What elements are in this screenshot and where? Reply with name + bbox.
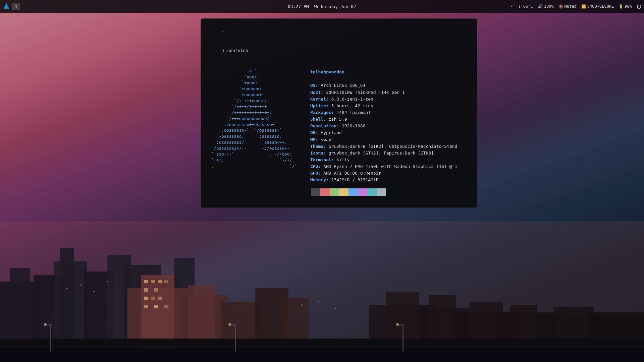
muted-label: Muted (565, 4, 577, 9)
svg-rect-15 (158, 280, 162, 283)
color-palette (311, 188, 457, 196)
icons-line: Icons: gruvbox_dark [GTK2], Papirus-Dark… (310, 150, 434, 156)
wm-line: WM: sway (310, 137, 331, 142)
volume-value: 100% (544, 4, 554, 9)
terminal-line: Terminal: kitty (310, 157, 350, 162)
brightness-icon: ☀ (511, 4, 513, 9)
svg-point-56 (107, 281, 108, 282)
theme-line: Theme: Gruvbox-Dark-B [GTK2], Catppuccin… (310, 144, 457, 149)
command-line: ❯ neofetch (206, 42, 472, 61)
svg-rect-46 (235, 325, 236, 352)
buildings-silhouette (0, 221, 644, 362)
kernel-line: Kernel: 6.3.6-zen1-1-zen (310, 97, 373, 102)
svg-rect-22 (144, 305, 148, 308)
muted-item[interactable]: 🔇 Muted (558, 4, 577, 9)
brightness-item: ☀ (511, 4, 513, 9)
terminal-content: ~ ❯ neofetch -` .o+` `ooo/ `+oooo: `+ooo… (201, 19, 477, 207)
svg-rect-23 (154, 305, 158, 308)
color-block-6 (367, 188, 377, 196)
topbar-center: 03:27 PM Wednesday Jun 07 (288, 4, 356, 9)
ascii-art: -` .o+` `ooo/ `+oooo: `+oooooo: -+oooooo… (206, 62, 310, 207)
network-icon: 📶 (581, 4, 586, 9)
topbar-left: 1 (3, 3, 20, 10)
svg-point-57 (301, 304, 303, 306)
clock-time: 03:27 PM (288, 4, 309, 9)
username-hostname: talhah@voodoo (310, 69, 344, 74)
neofetch-output: -` .o+` `ooo/ `+oooo: `+oooooo: -+oooooo… (206, 62, 472, 207)
svg-rect-13 (144, 280, 148, 283)
battery-item: 🔋 98% (619, 4, 632, 9)
power-item[interactable]: ⏻ (637, 4, 641, 9)
svg-point-55 (93, 291, 95, 292)
clock-date: Wednesday Jun 07 (314, 4, 356, 9)
svg-point-48 (228, 323, 231, 326)
topbar: 1 03:27 PM Wednesday Jun 07 ☀ 🌡 66°C 🔊 1… (0, 0, 644, 13)
separator: -------------- (310, 76, 347, 81)
network-name: CMUQ-SECURE (587, 4, 614, 9)
svg-point-53 (66, 288, 68, 289)
battery-icon: 🔋 (619, 4, 623, 9)
color-block-7 (377, 188, 386, 196)
gpu-line: GPU: AMD ATI 06:00.0 Renoir (310, 171, 381, 176)
mute-icon: 🔇 (558, 4, 563, 9)
volume-item[interactable]: 🔊 100% (538, 4, 554, 9)
color-block-2 (330, 188, 339, 196)
resolution-line: Resolution: 644x362 (310, 123, 365, 128)
battery-value: 98% (625, 4, 632, 9)
svg-point-54 (80, 284, 81, 286)
color-block-4 (348, 188, 358, 196)
temperature-value: 66°C (523, 4, 533, 9)
uptime-line: Uptime: 5 hours, 42 mins (310, 103, 373, 108)
svg-point-51 (396, 323, 399, 326)
svg-rect-18 (154, 288, 158, 292)
sysinfo-panel: talhah@voodoo -------------- OS: Arch Li… (310, 62, 457, 207)
prompt-char-1: ~ (222, 29, 225, 35)
volume-icon: 🔊 (538, 4, 543, 9)
topbar-right: ☀ 🌡 66°C 🔊 100% 🔇 Muted 📶 CMUQ-SECURE 🔋 … (511, 4, 641, 9)
svg-point-58 (318, 301, 319, 302)
de-line: DE: Hyprland (310, 130, 342, 135)
packages-line: Packages: 1484 (pacman) (310, 110, 371, 115)
svg-rect-42 (0, 349, 644, 362)
network-item[interactable]: 📶 CMUQ-SECURE (581, 4, 614, 9)
color-block-5 (358, 188, 367, 196)
svg-rect-21 (158, 297, 162, 300)
os-line: OS: Arch Linux x86_64 (310, 83, 365, 88)
thermometer-icon: 🌡 (518, 4, 522, 9)
terminal-window[interactable]: ~ ❯ neofetch -` .o+` `ooo/ `+oooo: `+ooo… (201, 18, 477, 208)
color-block-1 (320, 188, 330, 196)
svg-rect-24 (164, 305, 168, 308)
workspace-1[interactable]: 1 (12, 3, 20, 10)
svg-rect-43 (50, 325, 51, 352)
cpu-line: CPU: AMD Ryzen 7 PRO 4750U with Radeon G… (310, 164, 457, 169)
color-block-3 (339, 188, 348, 196)
prompt-arrow-1: ❯ (222, 48, 227, 53)
svg-rect-20 (151, 297, 155, 300)
host-line: Host: 20UHCT01WW ThinkPad T14s Gen 1 (310, 90, 405, 95)
command-text: neofetch (227, 48, 248, 53)
arch-logo[interactable] (3, 3, 10, 10)
power-icon: ⏻ (637, 4, 641, 9)
svg-point-45 (44, 323, 47, 326)
svg-point-59 (335, 308, 336, 309)
memory-line: Memory: 1342MiB / 31314MiB (310, 177, 379, 182)
svg-rect-17 (144, 288, 148, 292)
svg-rect-16 (164, 280, 168, 283)
shell-line: Shell: zsh 5.9 (310, 117, 347, 122)
prompt-line-1: ~ (206, 23, 472, 42)
svg-rect-49 (402, 325, 404, 352)
color-block-0 (311, 188, 320, 196)
svg-rect-14 (151, 280, 155, 283)
temperature-item: 🌡 66°C (518, 4, 533, 9)
svg-rect-19 (144, 297, 148, 300)
